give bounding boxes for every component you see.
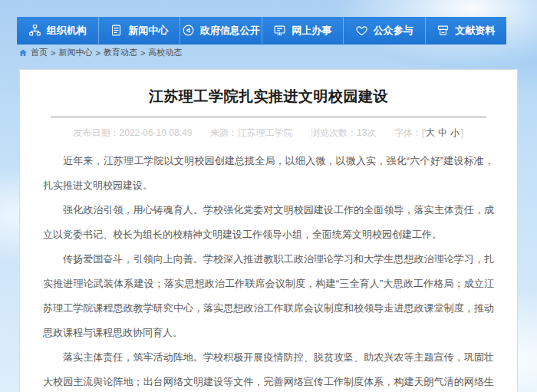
- archives-icon: [437, 24, 450, 37]
- article-paragraph: 落实主体责任，筑牢活动阵地。学校积极开展疫情防控、脱贫攻坚、助农兴农等主题宣传，…: [43, 345, 494, 392]
- view-count: 浏览次数：13次: [311, 127, 376, 138]
- nav-item-gov-info[interactable]: 政府信息公开: [180, 17, 262, 44]
- nav-item-label: 网上办事: [292, 24, 331, 38]
- nav-item-organization[interactable]: 组织机构: [17, 17, 98, 44]
- nav-item-label: 新闻中心: [128, 24, 168, 38]
- org-chart-icon: [28, 24, 41, 37]
- bracket-open: [: [422, 127, 424, 138]
- nav-item-documents[interactable]: 文献资料: [425, 17, 507, 44]
- view-count-value: 13次: [357, 127, 376, 138]
- font-size-switcher: 字体：[大中小]: [394, 127, 464, 138]
- bracket-close: ]: [461, 127, 463, 138]
- article-body: 近年来，江苏理工学院以文明校园创建总揽全局，以细入微，以微入实，强化“六个好”建…: [20, 149, 517, 392]
- breadcrumb-item-university-news[interactable]: 高校动态: [148, 47, 182, 58]
- font-size-small-button[interactable]: 小: [450, 127, 460, 138]
- info-disclosure-icon: [182, 24, 195, 37]
- nav-item-news-center[interactable]: 新闻中心: [98, 17, 180, 44]
- publish-date-label: 发布日期：: [74, 127, 120, 138]
- nav-item-public-participation[interactable]: 公众参与: [343, 17, 425, 44]
- home-icon: [18, 48, 28, 58]
- font-size-large-button[interactable]: 大: [426, 127, 435, 138]
- source-label: 来源：: [210, 127, 238, 138]
- publish-date-value: 2022-06-10 08:49: [120, 127, 193, 138]
- font-size-medium-button[interactable]: 中: [438, 127, 447, 138]
- publish-date: 发布日期：2022-06-10 08:49: [74, 127, 193, 138]
- breadcrumb-item-news-center[interactable]: 新闻中心: [58, 47, 92, 58]
- nav-item-label: 政府信息公开: [200, 24, 260, 38]
- breadcrumb-item-education-news[interactable]: 教育动态: [104, 47, 137, 58]
- nav-item-label: 公众参与: [374, 24, 413, 38]
- nav-item-online-services[interactable]: 网上办事: [262, 17, 344, 44]
- font-size-label: 字体：: [394, 127, 422, 138]
- article-paragraph: 传扬爱国奋斗，引领向上向善。学校深入推进教职工政治理论学习和大学生思想政治理论学…: [43, 247, 494, 345]
- nav-item-label: 组织机构: [47, 24, 87, 38]
- source: 来源：江苏理工学院: [210, 127, 293, 138]
- nav-item-label: 文献资料: [455, 24, 495, 38]
- breadcrumb: 首页 > 新闻中心 > 教育动态 > 高校动态: [18, 47, 182, 58]
- breadcrumb-separator: >: [95, 48, 100, 58]
- main-nav: 组织机构 新闻中心 政府信息公开 网上办事 公众参与 文献资料: [17, 17, 506, 44]
- article-paragraph: 近年来，江苏理工学院以文明校园创建总揽全局，以细入微，以微入实，强化“六个好”建…: [43, 149, 494, 198]
- breadcrumb-separator: >: [140, 48, 145, 58]
- title-divider: [51, 117, 486, 117]
- heart-icon: [355, 24, 368, 37]
- content-panel: 江苏理工学院扎实推进文明校园建设 发布日期：2022-06-10 08:49 来…: [19, 69, 518, 392]
- page-title: 江苏理工学院扎实推进文明校园建设: [20, 87, 517, 107]
- online-services-icon: [273, 24, 286, 37]
- news-icon: [110, 24, 123, 37]
- breadcrumb-separator: >: [51, 48, 55, 58]
- view-count-label: 浏览次数：: [311, 127, 357, 138]
- article-paragraph: 强化政治引领，用心铸魂育人。学校强化党委对文明校园建设工作的全面领导，落实主体责…: [43, 198, 494, 247]
- source-value: 江苏理工学院: [238, 127, 293, 138]
- breadcrumb-item-home[interactable]: 首页: [31, 47, 48, 58]
- article-meta: 发布日期：2022-06-10 08:49 来源：江苏理工学院 浏览次数：13次…: [20, 127, 517, 140]
